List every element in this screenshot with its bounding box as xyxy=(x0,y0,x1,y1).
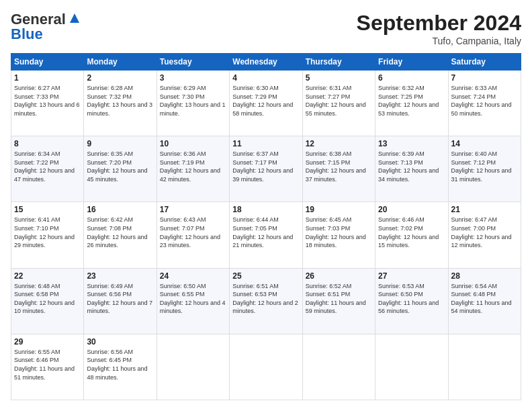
col-sunday: Sunday xyxy=(11,54,84,71)
day-number: 26 xyxy=(306,271,372,281)
calendar-week-row: 29 Sunrise: 6:55 AM Sunset: 6:46 PM Dayl… xyxy=(11,334,521,400)
cell-info: Sunrise: 6:31 AM Sunset: 7:27 PM Dayligh… xyxy=(306,84,372,118)
day-number: 24 xyxy=(160,271,226,281)
day-number: 3 xyxy=(160,73,226,83)
logo-icon xyxy=(67,11,82,26)
cell-info: Sunrise: 6:39 AM Sunset: 7:13 PM Dayligh… xyxy=(378,150,445,183)
cell-info: Sunrise: 6:35 AM Sunset: 7:20 PM Dayligh… xyxy=(87,150,153,183)
header: General Blue September 2024 Tufo, Campan… xyxy=(11,11,521,46)
day-number: 21 xyxy=(451,205,518,214)
table-row xyxy=(230,334,302,400)
location-subtitle: Tufo, Campania, Italy xyxy=(357,36,521,46)
day-number: 19 xyxy=(306,205,372,214)
col-saturday: Saturday xyxy=(448,54,521,71)
table-row xyxy=(157,334,229,400)
cell-info: Sunrise: 6:54 AM Sunset: 6:48 PM Dayligh… xyxy=(451,282,518,316)
table-row: 29 Sunrise: 6:55 AM Sunset: 6:46 PM Dayl… xyxy=(11,334,84,400)
day-number: 30 xyxy=(87,337,153,347)
calendar-week-row: 8 Sunrise: 6:34 AM Sunset: 7:22 PM Dayli… xyxy=(11,136,521,202)
day-number: 27 xyxy=(378,271,445,281)
cell-info: Sunrise: 6:50 AM Sunset: 6:55 PM Dayligh… xyxy=(160,282,226,316)
table-row: 11 Sunrise: 6:37 AM Sunset: 7:17 PM Dayl… xyxy=(230,136,302,202)
day-number: 29 xyxy=(14,337,81,347)
day-number: 16 xyxy=(87,205,153,214)
cell-info: Sunrise: 6:43 AM Sunset: 7:07 PM Dayligh… xyxy=(160,216,226,249)
cell-info: Sunrise: 6:44 AM Sunset: 7:05 PM Dayligh… xyxy=(232,216,299,249)
table-row: 14 Sunrise: 6:40 AM Sunset: 7:12 PM Dayl… xyxy=(448,136,521,202)
cell-info: Sunrise: 6:55 AM Sunset: 6:46 PM Dayligh… xyxy=(14,348,81,381)
day-number: 12 xyxy=(306,139,372,148)
cell-info: Sunrise: 6:53 AM Sunset: 6:50 PM Dayligh… xyxy=(378,282,445,316)
table-row xyxy=(448,334,521,400)
page: General Blue September 2024 Tufo, Campan… xyxy=(0,0,532,411)
day-number: 28 xyxy=(451,271,518,281)
calendar-week-row: 1 Sunrise: 6:27 AM Sunset: 7:33 PM Dayli… xyxy=(11,71,521,136)
col-wednesday: Wednesday xyxy=(230,54,302,71)
cell-info: Sunrise: 6:30 AM Sunset: 7:29 PM Dayligh… xyxy=(232,84,299,118)
title-block: September 2024 Tufo, Campania, Italy xyxy=(357,11,521,46)
col-monday: Monday xyxy=(84,54,157,71)
calendar-header-row: Sunday Monday Tuesday Wednesday Thursday… xyxy=(11,54,521,71)
table-row: 27 Sunrise: 6:53 AM Sunset: 6:50 PM Dayl… xyxy=(375,268,448,334)
day-number: 13 xyxy=(378,139,445,148)
svg-marker-0 xyxy=(70,13,79,23)
table-row: 4 Sunrise: 6:30 AM Sunset: 7:29 PM Dayli… xyxy=(230,71,302,136)
table-row: 26 Sunrise: 6:52 AM Sunset: 6:51 PM Dayl… xyxy=(302,268,375,334)
cell-info: Sunrise: 6:32 AM Sunset: 7:25 PM Dayligh… xyxy=(378,84,445,118)
table-row: 25 Sunrise: 6:51 AM Sunset: 6:53 PM Dayl… xyxy=(230,268,302,334)
day-number: 20 xyxy=(378,205,445,214)
cell-info: Sunrise: 6:42 AM Sunset: 7:08 PM Dayligh… xyxy=(87,216,153,249)
cell-info: Sunrise: 6:33 AM Sunset: 7:24 PM Dayligh… xyxy=(451,84,518,118)
cell-info: Sunrise: 6:46 AM Sunset: 7:02 PM Dayligh… xyxy=(378,216,445,249)
cell-info: Sunrise: 6:45 AM Sunset: 7:03 PM Dayligh… xyxy=(306,216,372,249)
day-number: 1 xyxy=(14,73,81,83)
day-number: 7 xyxy=(451,73,518,83)
table-row: 17 Sunrise: 6:43 AM Sunset: 7:07 PM Dayl… xyxy=(157,202,229,268)
table-row: 12 Sunrise: 6:38 AM Sunset: 7:15 PM Dayl… xyxy=(302,136,375,202)
table-row: 7 Sunrise: 6:33 AM Sunset: 7:24 PM Dayli… xyxy=(448,71,521,136)
day-number: 5 xyxy=(306,73,372,83)
table-row: 20 Sunrise: 6:46 AM Sunset: 7:02 PM Dayl… xyxy=(375,202,448,268)
table-row xyxy=(375,334,448,400)
table-row: 13 Sunrise: 6:39 AM Sunset: 7:13 PM Dayl… xyxy=(375,136,448,202)
col-thursday: Thursday xyxy=(302,54,375,71)
cell-info: Sunrise: 6:51 AM Sunset: 6:53 PM Dayligh… xyxy=(232,282,299,316)
table-row: 23 Sunrise: 6:49 AM Sunset: 6:56 PM Dayl… xyxy=(84,268,157,334)
table-row xyxy=(302,334,375,400)
table-row: 21 Sunrise: 6:47 AM Sunset: 7:00 PM Dayl… xyxy=(448,202,521,268)
cell-info: Sunrise: 6:48 AM Sunset: 6:58 PM Dayligh… xyxy=(14,282,81,316)
cell-info: Sunrise: 6:56 AM Sunset: 6:45 PM Dayligh… xyxy=(87,348,153,381)
cell-info: Sunrise: 6:37 AM Sunset: 7:17 PM Dayligh… xyxy=(232,150,299,183)
logo: General Blue xyxy=(11,11,82,43)
cell-info: Sunrise: 6:40 AM Sunset: 7:12 PM Dayligh… xyxy=(451,150,518,183)
day-number: 18 xyxy=(232,205,299,214)
table-row: 1 Sunrise: 6:27 AM Sunset: 7:33 PM Dayli… xyxy=(11,71,84,136)
table-row: 10 Sunrise: 6:36 AM Sunset: 7:19 PM Dayl… xyxy=(157,136,229,202)
day-number: 22 xyxy=(14,271,81,281)
col-friday: Friday xyxy=(375,54,448,71)
day-number: 6 xyxy=(378,73,445,83)
cell-info: Sunrise: 6:52 AM Sunset: 6:51 PM Dayligh… xyxy=(306,282,372,316)
table-row: 22 Sunrise: 6:48 AM Sunset: 6:58 PM Dayl… xyxy=(11,268,84,334)
table-row: 8 Sunrise: 6:34 AM Sunset: 7:22 PM Dayli… xyxy=(11,136,84,202)
col-tuesday: Tuesday xyxy=(157,54,229,71)
day-number: 17 xyxy=(160,205,226,214)
calendar-week-row: 15 Sunrise: 6:41 AM Sunset: 7:10 PM Dayl… xyxy=(11,202,521,268)
calendar-week-row: 22 Sunrise: 6:48 AM Sunset: 6:58 PM Dayl… xyxy=(11,268,521,334)
cell-info: Sunrise: 6:49 AM Sunset: 6:56 PM Dayligh… xyxy=(87,282,153,316)
day-number: 14 xyxy=(451,139,518,148)
day-number: 4 xyxy=(232,73,299,83)
day-number: 8 xyxy=(14,139,81,148)
table-row: 19 Sunrise: 6:45 AM Sunset: 7:03 PM Dayl… xyxy=(302,202,375,268)
table-row: 2 Sunrise: 6:28 AM Sunset: 7:32 PM Dayli… xyxy=(84,71,157,136)
cell-info: Sunrise: 6:27 AM Sunset: 7:33 PM Dayligh… xyxy=(14,84,81,118)
cell-info: Sunrise: 6:34 AM Sunset: 7:22 PM Dayligh… xyxy=(14,150,81,183)
cell-info: Sunrise: 6:47 AM Sunset: 7:00 PM Dayligh… xyxy=(451,216,518,249)
table-row: 5 Sunrise: 6:31 AM Sunset: 7:27 PM Dayli… xyxy=(302,71,375,136)
table-row: 6 Sunrise: 6:32 AM Sunset: 7:25 PM Dayli… xyxy=(375,71,448,136)
day-number: 15 xyxy=(14,205,81,214)
table-row: 30 Sunrise: 6:56 AM Sunset: 6:45 PM Dayl… xyxy=(84,334,157,400)
cell-info: Sunrise: 6:41 AM Sunset: 7:10 PM Dayligh… xyxy=(14,216,81,249)
day-number: 9 xyxy=(87,139,153,148)
day-number: 25 xyxy=(232,271,299,281)
